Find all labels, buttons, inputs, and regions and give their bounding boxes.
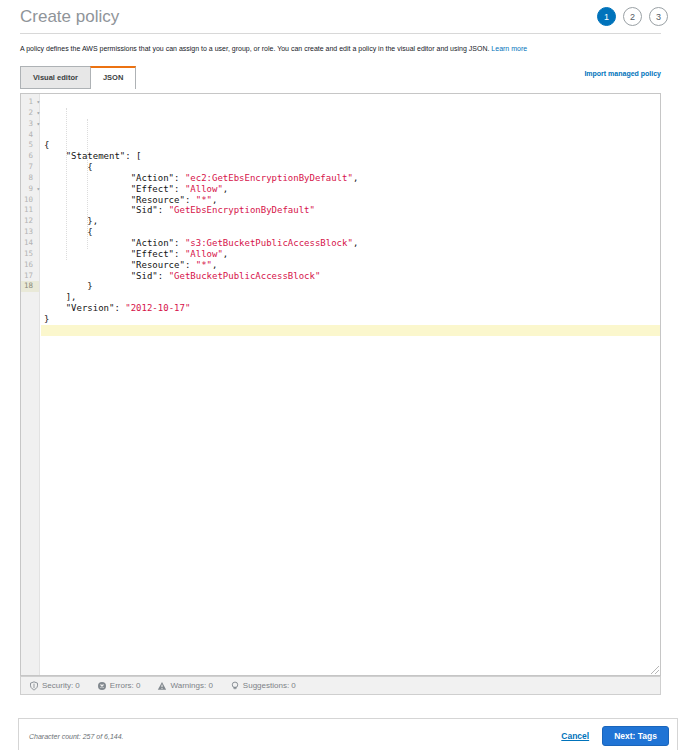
code-line[interactable]: }, — [41, 216, 660, 227]
code-line[interactable]: ], — [41, 292, 660, 303]
gutter-line-number: 5 — [21, 140, 39, 151]
create-policy-page: Create policy 123 A policy defines the A… — [0, 0, 681, 750]
import-managed-policy-link[interactable]: Import managed policy — [584, 70, 661, 77]
footer-bar: Character count: 257 of 6,144. Cancel Ne… — [18, 718, 678, 750]
fold-arrow-icon[interactable]: ▾ — [36, 119, 40, 130]
gutter-line-number: 11 — [21, 205, 39, 216]
code-line[interactable]: "Action": "s3:GetBucketPublicAccessBlock… — [41, 238, 660, 249]
next-tags-button[interactable]: Next: Tags — [602, 726, 669, 746]
code-line[interactable]: "Action": "ec2:GetEbsEncryptionByDefault… — [41, 173, 660, 184]
status-item-label: Security: 0 — [42, 681, 80, 690]
character-count: Character count: 257 of 6,144. — [29, 733, 124, 740]
gutter-line-number: 12 — [21, 216, 39, 227]
code-line[interactable]: "Effect": "Allow", — [41, 249, 660, 260]
step-indicator: 123 — [597, 7, 668, 26]
code-line[interactable]: } — [41, 314, 660, 325]
page-title: Create policy — [20, 7, 119, 27]
warnings-icon — [157, 681, 167, 691]
gutter-line-number: 3▾ — [21, 119, 39, 130]
editor-gutter: 1▾2▾3▾456789▾101112131415161718 — [21, 94, 40, 675]
gutter-line-number: 4 — [21, 130, 39, 141]
editor-status-bar: Security: 0Errors: 0Warnings: 0Suggestio… — [20, 676, 661, 695]
code-line[interactable]: "Effect": "Allow", — [41, 184, 660, 195]
gutter-line-number: 14 — [21, 238, 39, 249]
code-line[interactable]: "Sid": "GetBucketPublicAccessBlock" — [41, 271, 660, 282]
code-line[interactable]: "Resource": "*", — [41, 195, 660, 206]
footer-actions: Cancel Next: Tags — [561, 726, 677, 746]
gutter-line-number: 9▾ — [21, 184, 39, 195]
step-circle: 1 — [597, 7, 616, 26]
header-divider — [20, 33, 661, 34]
learn-more-link[interactable]: Learn more — [491, 45, 527, 52]
gutter-line-number: 18 — [21, 281, 39, 292]
step-circle[interactable]: 2 — [623, 7, 642, 26]
tab-json[interactable]: JSON — [90, 66, 136, 89]
status-item-label: Suggestions: 0 — [243, 681, 296, 690]
code-line[interactable]: { — [41, 140, 660, 151]
tab-visual-editor[interactable]: Visual editor — [20, 66, 91, 89]
editor-tabs: Visual editor JSON — [20, 66, 136, 89]
active-code-line[interactable] — [41, 325, 660, 336]
code-line[interactable]: "Resource": "*", — [41, 260, 660, 271]
fold-arrow-icon[interactable]: ▾ — [36, 184, 40, 195]
gutter-line-number: 1▾ — [21, 97, 39, 108]
status-item: Errors: 0 — [97, 681, 141, 691]
code-line[interactable]: { — [41, 162, 660, 173]
editor-code-area[interactable]: { "Statement": [ { "Action": "ec2:GetEbs… — [41, 94, 660, 675]
code-line[interactable]: "Sid": "GetEbsEncryptionByDefault" — [41, 205, 660, 216]
code-line[interactable]: "Statement": [ — [41, 151, 660, 162]
gutter-line-number: 10 — [21, 195, 39, 206]
gutter-line-number: 6 — [21, 151, 39, 162]
status-item: Security: 0 — [29, 681, 80, 691]
gutter-line-number: 8 — [21, 173, 39, 184]
status-item: Warnings: 0 — [157, 681, 212, 691]
json-code-editor[interactable]: 1▾2▾3▾456789▾101112131415161718 { "State… — [20, 93, 661, 676]
status-item-label: Errors: 0 — [110, 681, 141, 690]
gutter-line-number: 17 — [21, 271, 39, 282]
gutter-line-number: 2▾ — [21, 108, 39, 119]
code-line[interactable]: { — [41, 227, 660, 238]
code-line[interactable]: "Version": "2012-10-17" — [41, 303, 660, 314]
code-line[interactable]: } — [41, 281, 660, 292]
security-icon — [29, 681, 39, 691]
policy-description-text: A policy defines the AWS permissions tha… — [20, 45, 491, 52]
cancel-button[interactable]: Cancel — [561, 731, 589, 741]
status-item: Suggestions: 0 — [230, 681, 296, 691]
gutter-line-number: 15 — [21, 249, 39, 260]
gutter-line-number: 13 — [21, 227, 39, 238]
gutter-line-number: 16 — [21, 260, 39, 271]
fold-arrow-icon[interactable]: ▾ — [36, 108, 40, 119]
step-circle[interactable]: 3 — [649, 7, 668, 26]
errors-icon — [97, 681, 107, 691]
fold-arrow-icon[interactable]: ▾ — [36, 97, 40, 108]
status-item-label: Warnings: 0 — [170, 681, 212, 690]
policy-description: A policy defines the AWS permissions tha… — [20, 45, 527, 52]
suggestions-icon — [230, 681, 240, 691]
gutter-line-number: 7 — [21, 162, 39, 173]
